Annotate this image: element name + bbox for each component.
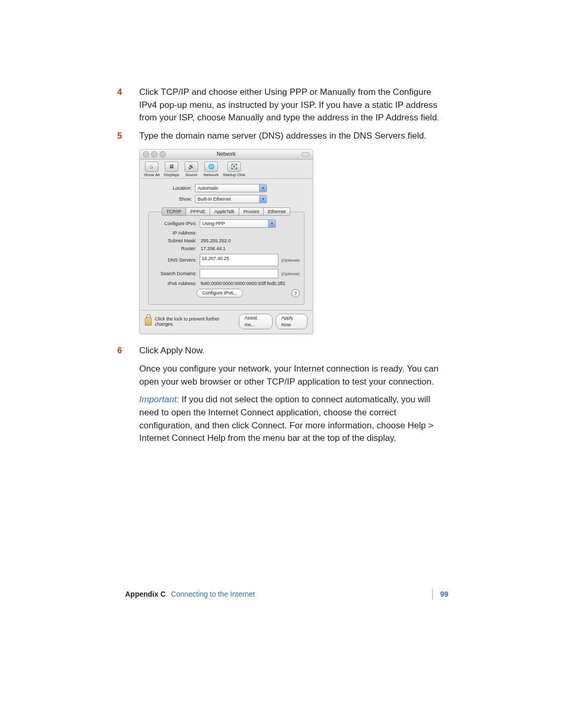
step-5: 5 Type the domain name server (DNS) addr… — [128, 130, 451, 143]
ip-address-label: IP Address: — [153, 230, 200, 236]
ipv6-address-value: fe80:0000:0000:0000:0000:93ff:fedb:2ff2 — [200, 281, 285, 286]
step-6: 6 Click Apply Now. Once you configure yo… — [128, 344, 451, 445]
assist-me-button[interactable]: Assist me... — [239, 314, 273, 329]
tab-appletalk[interactable]: AppleTalk — [210, 207, 239, 216]
tab-proxies[interactable]: Proxies — [239, 207, 264, 216]
optional-label: (Optional) — [282, 258, 300, 263]
step-number: 6 — [117, 344, 122, 356]
toolbar-show-all[interactable]: ⌂ Show All — [143, 162, 161, 178]
tab-ethernet[interactable]: Ethernet — [263, 207, 290, 216]
chevron-updown-icon: ▾ — [259, 195, 266, 203]
toolbar-startup-disk[interactable]: 💽 Startup Disk — [222, 162, 246, 178]
step-4: 4 Click TCP/IP and choose either Using P… — [128, 86, 451, 125]
network-pref-window: Network ⌂ Show All 🖥 Displays 🔊 Sound 🌐 … — [139, 149, 313, 335]
step-text: Click Apply Now. — [139, 344, 451, 357]
optional-label: (Optional) — [282, 272, 300, 276]
tabs: TCP/IP PPPoE AppleTalk Proxies Ethernet — [148, 207, 304, 216]
show-all-icon: ⌂ — [145, 162, 158, 172]
configure-ipv4-popup[interactable]: Using PPP ▾ — [200, 219, 276, 228]
chevron-updown-icon: ▾ — [259, 184, 266, 192]
main-pane: Location: Automatic ▾ Show: Built-in Eth… — [140, 179, 313, 310]
important-text: If you did not select the option to conn… — [139, 394, 434, 443]
toolbar-toggle-icon[interactable] — [301, 152, 310, 157]
configure-ipv6-button[interactable]: Configure IPv6... — [197, 289, 243, 298]
help-button[interactable]: ? — [291, 289, 300, 298]
startup-disk-icon: 💽 — [227, 162, 241, 172]
page-content: 4 Click TCP/IP and choose either Using P… — [128, 86, 451, 450]
tcpip-panel: Configure IPv4: Using PPP ▾ IP Address: … — [148, 212, 304, 305]
tab-tcpip[interactable]: TCP/IP — [162, 207, 186, 216]
step-text: Click TCP/IP and choose either Using PPP… — [128, 86, 451, 125]
subnet-mask-label: Subnet Mask: — [153, 238, 200, 243]
router-value: 17.206.44.1 — [200, 246, 226, 251]
bottom-bar: Click the lock to prevent further change… — [140, 310, 313, 334]
chevron-updown-icon: ▾ — [268, 220, 275, 227]
dns-servers-field[interactable]: 18.207.40.25 — [200, 254, 278, 266]
location-label: Location: — [148, 186, 195, 191]
ipv6-address-label: IPv6 Address: — [153, 281, 200, 286]
window-title: Network — [217, 151, 236, 157]
important-label: Important: — [139, 394, 179, 404]
window-controls[interactable] — [143, 151, 166, 157]
close-icon[interactable] — [143, 151, 149, 157]
network-icon: 🌐 — [204, 162, 218, 172]
appendix-label: Appendix C — [125, 590, 166, 598]
toolbar-displays[interactable]: 🖥 Displays — [163, 162, 180, 178]
apply-now-button[interactable]: Apply Now — [276, 314, 308, 329]
sound-icon: 🔊 — [185, 162, 198, 172]
page-number: 99 — [432, 589, 448, 599]
router-label: Router: — [153, 246, 200, 251]
subnet-mask-value: 255.255.252.0 — [200, 238, 231, 243]
show-label: Show: — [148, 196, 195, 202]
location-popup[interactable]: Automatic ▾ — [195, 184, 267, 192]
titlebar[interactable]: Network — [140, 150, 313, 159]
footer-title: Connecting to the Internet — [171, 590, 255, 598]
search-domains-field[interactable] — [200, 269, 278, 278]
lock-icon[interactable] — [145, 317, 152, 326]
step-number: 4 — [117, 86, 122, 98]
step-text: Type the domain name server (DNS) addres… — [128, 130, 451, 143]
step-number: 5 — [117, 130, 122, 142]
toolbar-sound[interactable]: 🔊 Sound — [182, 162, 200, 178]
toolbar-network[interactable]: 🌐 Network — [202, 162, 220, 178]
prefs-toolbar: ⌂ Show All 🖥 Displays 🔊 Sound 🌐 Network … — [140, 159, 313, 179]
displays-icon: 🖥 — [165, 162, 178, 172]
dns-servers-label: DNS Servers: — [153, 257, 200, 263]
minimize-icon[interactable] — [151, 151, 157, 157]
tab-pppoe[interactable]: PPPoE — [186, 207, 210, 216]
step-body: Once you configure your network, your In… — [139, 363, 451, 388]
configure-ipv4-label: Configure IPv4: — [153, 221, 200, 226]
search-domains-label: Search Domains: — [153, 271, 200, 276]
zoom-icon[interactable] — [160, 151, 166, 157]
important-note: Important: If you did not select the opt… — [139, 393, 451, 445]
lock-text: Click the lock to prevent further change… — [155, 316, 232, 327]
show-popup[interactable]: Built-in Ethernet ▾ — [195, 195, 267, 203]
page-footer: Appendix C Connecting to the Internet 99 — [125, 589, 448, 599]
